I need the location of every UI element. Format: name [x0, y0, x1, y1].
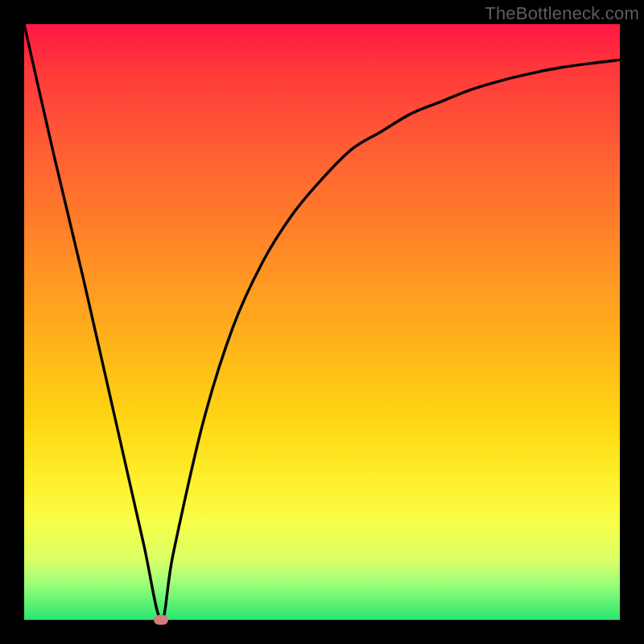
watermark-text: TheBottleneck.com — [485, 3, 639, 24]
chart-plot-area — [24, 24, 620, 620]
bottleneck-curve — [24, 24, 620, 620]
curve-path — [24, 24, 620, 620]
minimum-marker-icon — [154, 615, 168, 625]
chart-frame — [0, 0, 644, 644]
